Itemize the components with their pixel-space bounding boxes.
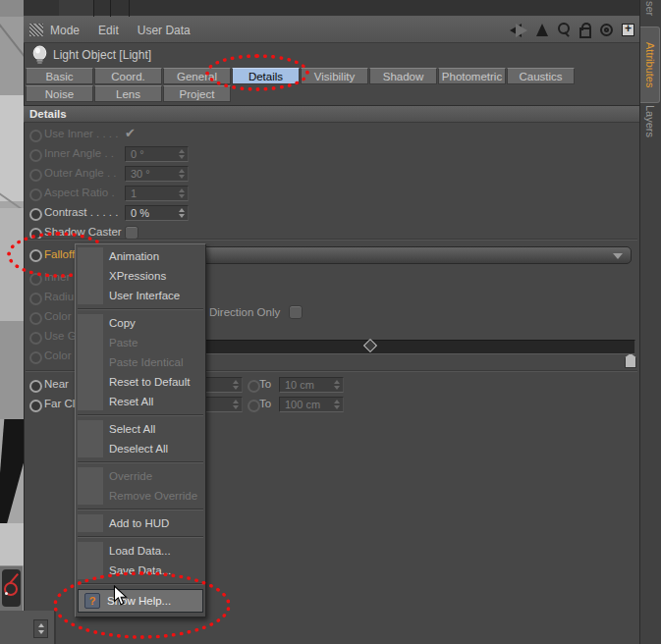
aspect-ratio-field[interactable]: 1 — [125, 186, 189, 201]
menubar-item-mode[interactable]: Mode — [50, 24, 80, 37]
tab-attributes[interactable]: Attributes — [640, 27, 660, 103]
menu-item-label: XPressions — [109, 270, 166, 282]
menu-item-add-to-hud[interactable]: Add to HUD — [76, 513, 205, 533]
near-to-field[interactable]: 10 cm — [279, 377, 344, 393]
bottom-mini-panel — [0, 611, 56, 644]
tab-layers[interactable]: Layers — [644, 105, 656, 137]
menu-item-reset-all[interactable]: Reset All — [76, 392, 205, 411]
tab-basic[interactable]: Basic — [26, 68, 93, 84]
keyframe-dot-inner-angle[interactable] — [29, 149, 42, 162]
inner-angle-field[interactable]: 0 ° — [125, 146, 189, 162]
gradient-knot-handle[interactable] — [625, 353, 636, 368]
menu-item-label: Select All — [109, 423, 155, 435]
search-icon[interactable] — [557, 23, 571, 37]
target-icon[interactable] — [600, 24, 613, 36]
keyframe-dot-contrast[interactable] — [29, 208, 42, 221]
near-to-value: 10 cm — [285, 379, 314, 391]
menu-item-xpressions[interactable]: XPressions — [76, 266, 205, 286]
far-cl-to-value: 100 cm — [285, 399, 320, 410]
menubar-items: ModeEditUser Data — [50, 17, 191, 43]
menu-item-label: Load Data... — [109, 545, 171, 557]
use-g-label-3: Use G — [44, 330, 77, 342]
partial-tab-label[interactable]: ser — [644, 1, 656, 16]
section-header-label: Details — [29, 108, 67, 120]
keyframe-dot-aspect-ratio[interactable] — [29, 188, 42, 201]
tab-coord[interactable]: Coord. — [94, 68, 162, 84]
object-title-row: Light Object [Light] — [24, 43, 639, 68]
menu-item-copy[interactable]: Copy — [76, 313, 205, 333]
keyframe-dot-color-2[interactable] — [29, 312, 42, 325]
axis-lock-button[interactable] — [0, 565, 23, 611]
menu-item-label: Add to HUD — [109, 517, 169, 529]
stepper-icon[interactable] — [233, 400, 239, 409]
back-icon[interactable] — [510, 24, 527, 37]
use-inner-label: Use Inner . . . . — [44, 128, 118, 139]
axis-dot-icon — [5, 592, 8, 595]
tab-lens[interactable]: Lens — [94, 85, 162, 102]
keyframe-dot-near[interactable] — [29, 380, 42, 393]
keyframe-dot-use-g-3[interactable] — [29, 332, 42, 345]
keyframe-dot-far-cl[interactable] — [29, 400, 42, 412]
stepper-icon[interactable] — [179, 188, 185, 198]
tab-project[interactable]: Project — [163, 85, 231, 102]
shadow-caster-checkbox[interactable] — [125, 226, 138, 240]
menu-item-label: Override — [109, 470, 152, 482]
tab-shadow[interactable]: Shadow — [369, 68, 437, 84]
object-title: Light Object [Light] — [53, 48, 151, 62]
menu-separator — [76, 305, 205, 313]
menu-item-paste-identical[interactable]: Paste Identical — [76, 352, 205, 372]
upper-panel-tab — [59, 0, 93, 16]
keyframe-dot-use-inner[interactable] — [29, 130, 42, 142]
tab-visibility[interactable]: Visibility — [301, 68, 368, 84]
stepper-icon[interactable] — [334, 400, 340, 409]
menu-separator — [76, 533, 205, 541]
menu-item-remove-override[interactable]: Remove Override — [76, 486, 205, 506]
menu-item-override[interactable]: Override — [76, 466, 205, 486]
contrast-field[interactable]: 0 % — [125, 205, 189, 221]
menubar-icons: + — [510, 17, 634, 43]
menu-group: CopyPastePaste IdenticalReset to Default… — [76, 313, 205, 411]
stepper-icon[interactable] — [233, 380, 239, 390]
menu-item-select-all[interactable]: Select All — [76, 419, 205, 439]
menu-item-animation[interactable]: Animation — [76, 246, 205, 266]
keyframe-dot-outer-angle[interactable] — [29, 169, 42, 182]
manager-tab-strip: ser Attributes Layers — [639, 0, 661, 644]
stepper-icon[interactable] — [179, 169, 185, 179]
menu-item-deselect-all[interactable]: Deselect All — [76, 439, 205, 458]
menu-group: AnimationXPressionsUser Interface — [76, 246, 205, 305]
viewport-sliver — [0, 0, 24, 611]
viewport-shape — [0, 523, 24, 565]
tab-photometric[interactable]: Photometric — [438, 68, 506, 84]
menubar-item-edit[interactable]: Edit — [98, 24, 119, 37]
keyframe-dot-radiu-1[interactable] — [29, 293, 42, 305]
viewport-shape — [0, 0, 24, 17]
menu-item-paste[interactable]: Paste — [76, 333, 205, 352]
menu-item-label: Paste Identical — [109, 356, 183, 368]
outer-angle-field[interactable]: 30 ° — [125, 166, 189, 182]
aspect-ratio-label: Aspect Ratio . — [44, 187, 115, 198]
stepper-icon[interactable] — [179, 149, 185, 159]
menubar-item-user-data[interactable]: User Data — [138, 24, 191, 37]
far-cl-to-field[interactable]: 100 cm — [279, 397, 344, 412]
chevron-down-icon — [613, 253, 623, 259]
tab-noise[interactable]: Noise — [26, 85, 93, 102]
menu-item-reset-to-default[interactable]: Reset to Default — [76, 372, 205, 392]
menu-group: Add to HUD — [76, 513, 205, 533]
lock-icon[interactable] — [579, 23, 591, 37]
add-icon[interactable]: + — [622, 24, 634, 36]
panel-divider — [93, 0, 94, 17]
grip-icon[interactable] — [29, 24, 43, 36]
menu-item-label: Reset to Default — [109, 376, 190, 388]
tab-attributes-label: Attributes — [644, 42, 656, 87]
value-stepper[interactable] — [33, 619, 48, 638]
stepper-icon[interactable] — [179, 208, 185, 218]
up-arrow-icon[interactable] — [536, 24, 548, 36]
menu-item-user-interface[interactable]: User Interface — [76, 286, 205, 305]
attribute-manager-menubar: ModeEditUser Data + — [24, 17, 639, 43]
stepper-icon[interactable] — [334, 380, 340, 390]
keyframe-dot-color-4[interactable] — [29, 351, 42, 364]
tab-caustics[interactable]: Caustics — [507, 68, 575, 84]
annotation-ellipse-details-tab — [205, 54, 309, 91]
direction-only-checkbox[interactable] — [289, 305, 303, 319]
menu-item-load-data[interactable]: Load Data... — [76, 541, 205, 561]
